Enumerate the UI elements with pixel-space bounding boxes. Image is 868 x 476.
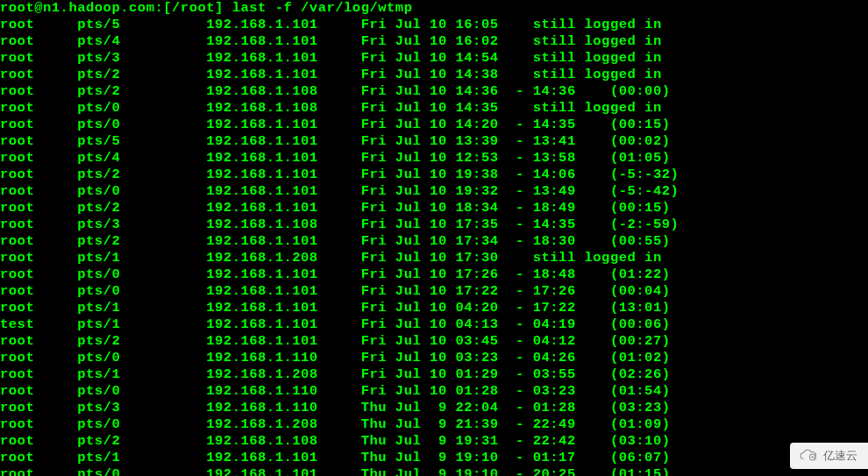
- watermark-text: 亿速云: [823, 448, 857, 464]
- watermark-badge: 亿速云: [790, 443, 868, 469]
- login-records: root pts/5 192.168.1.101 Fri Jul 10 16:0…: [0, 17, 868, 476]
- cloud-icon: [799, 449, 818, 463]
- terminal-output[interactable]: root@n1.hadoop.com:[/root] last -f /var/…: [0, 0, 868, 476]
- prompt-line: root@n1.hadoop.com:[/root] last -f /var/…: [0, 0, 412, 16]
